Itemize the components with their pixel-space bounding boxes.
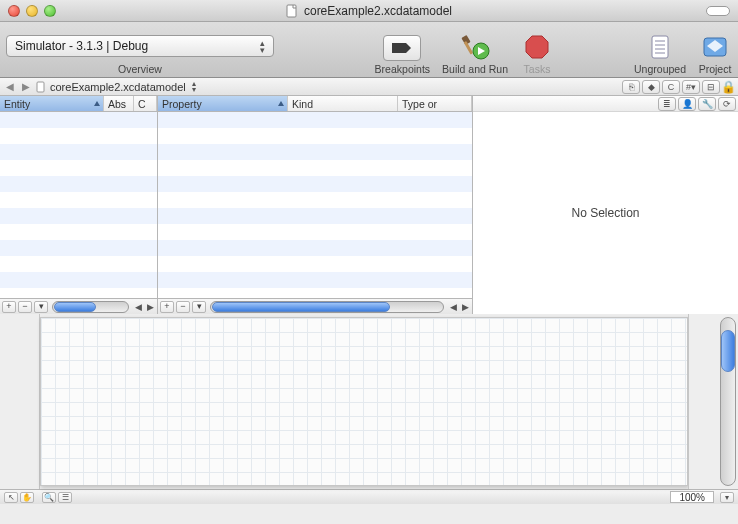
table-row — [158, 160, 472, 176]
property-col-property[interactable]: Property — [158, 96, 288, 111]
breakpoints-nav-button[interactable]: ◆ — [642, 80, 660, 94]
table-row — [158, 128, 472, 144]
table-row — [0, 128, 157, 144]
svg-rect-0 — [287, 5, 296, 17]
path-filename[interactable]: coreExample2.xcdatamodel — [50, 81, 186, 93]
no-selection-label: No Selection — [473, 112, 738, 314]
entity-col-abstract[interactable]: Abs — [104, 96, 134, 111]
pointer-tool-button[interactable]: ↖ — [4, 492, 18, 503]
document-icon — [36, 81, 46, 93]
minimize-window-button[interactable] — [26, 5, 38, 17]
detail-view-general-button[interactable]: ≣ — [658, 97, 676, 111]
scroll-thumb[interactable] — [212, 302, 390, 312]
scroll-thumb[interactable] — [721, 330, 735, 372]
remove-property-button[interactable]: − — [176, 301, 190, 313]
window-controls — [0, 5, 56, 17]
ungrouped-label: Ungrouped — [634, 63, 686, 75]
project-label: Project — [699, 63, 732, 75]
property-hscroll[interactable] — [210, 301, 444, 313]
diagram-right-gutter — [688, 314, 738, 489]
scroll-right-button[interactable]: ▶ — [145, 302, 155, 312]
table-row — [158, 256, 472, 272]
table-row — [158, 176, 472, 192]
counterpart-button[interactable]: ⊟ — [702, 80, 720, 94]
entity-col-class[interactable]: C — [134, 96, 157, 111]
project-icon — [701, 34, 729, 60]
table-row — [158, 192, 472, 208]
diagram-area — [0, 314, 738, 489]
svg-rect-5 — [652, 36, 668, 58]
entity-col-entity[interactable]: Entity — [0, 96, 104, 111]
table-row — [0, 288, 157, 298]
scroll-thumb[interactable] — [54, 302, 96, 312]
zoom-window-button[interactable] — [44, 5, 56, 17]
class-nav-button[interactable]: C — [662, 80, 680, 94]
zoom-tool-button[interactable]: 🔍 — [42, 492, 56, 503]
titlebar: coreExample2.xcdatamodel — [0, 0, 738, 22]
bookmarks-button[interactable]: ⎘ — [622, 80, 640, 94]
close-window-button[interactable] — [8, 5, 20, 17]
pathbar-right-tools: ⎘ ◆ C #▾ ⊟ 🔒 — [622, 80, 734, 94]
diagram-vscroll[interactable] — [720, 317, 736, 486]
table-row — [0, 208, 157, 224]
nav-back-button[interactable]: ◀ — [4, 81, 16, 93]
property-col-type[interactable]: Type or — [398, 96, 472, 111]
project-group[interactable]: Project — [698, 22, 732, 75]
lock-icon[interactable]: 🔒 — [722, 80, 734, 94]
build-and-run-group[interactable]: Build and Run — [442, 22, 508, 75]
zoom-stepper-button[interactable]: ▾ — [720, 492, 734, 503]
entity-hscroll[interactable] — [52, 301, 129, 313]
project-button[interactable] — [698, 33, 732, 61]
property-footer: + − ▾ ◀ ▶ — [158, 298, 472, 314]
property-col-kind[interactable]: Kind — [288, 96, 398, 111]
add-property-button[interactable]: + — [160, 301, 174, 313]
ungrouped-group[interactable]: Ungrouped — [634, 22, 686, 75]
overview-select[interactable]: Simulator - 3.1.3 | Debug ▴▾ — [6, 35, 274, 57]
pathbar: ◀ ▶ coreExample2.xcdatamodel ▴▾ ⎘ ◆ C #▾… — [0, 78, 738, 96]
nav-forward-button[interactable]: ▶ — [20, 81, 32, 93]
entity-rows[interactable] — [0, 112, 157, 298]
diagram-canvas[interactable] — [40, 317, 688, 486]
ungrouped-button[interactable] — [643, 33, 677, 61]
table-row — [0, 240, 157, 256]
tasks-button[interactable] — [520, 33, 554, 61]
scroll-right-button[interactable]: ▶ — [460, 302, 470, 312]
add-entity-button[interactable]: + — [2, 301, 16, 313]
sort-asc-icon — [94, 101, 100, 106]
tasks-group: Tasks — [520, 22, 554, 75]
ungrouped-icon — [646, 34, 674, 60]
detail-view-sync-button[interactable]: ⟳ — [718, 97, 736, 111]
function-nav-button[interactable]: #▾ — [682, 80, 700, 94]
model-panels: Entity Abs C + − ▾ ◀ ▶ Property Kind Typ… — [0, 96, 738, 314]
toolbar-toggle-pill[interactable] — [706, 6, 730, 16]
table-row — [0, 176, 157, 192]
hand-tool-button[interactable]: ✋ — [20, 492, 34, 503]
overview-value: Simulator - 3.1.3 | Debug — [15, 39, 148, 53]
breakpoints-group[interactable]: Breakpoints — [375, 22, 430, 75]
remove-entity-button[interactable]: − — [18, 301, 32, 313]
property-menu-button[interactable]: ▾ — [192, 301, 206, 313]
tasks-label: Tasks — [524, 63, 551, 75]
zoom-level[interactable]: 100% — [670, 491, 714, 503]
document-icon — [286, 4, 298, 18]
table-row — [0, 192, 157, 208]
breakpoints-button[interactable] — [383, 35, 421, 61]
property-panel: Property Kind Type or + − ▾ ◀ ▶ — [158, 96, 473, 314]
table-row — [0, 144, 157, 160]
svg-marker-4 — [526, 36, 548, 58]
breakpoint-icon — [391, 42, 413, 54]
scroll-left-button[interactable]: ◀ — [133, 302, 143, 312]
property-rows[interactable] — [158, 112, 472, 298]
scroll-left-button[interactable]: ◀ — [448, 302, 458, 312]
overview-group: Simulator - 3.1.3 | Debug ▴▾ Overview — [6, 22, 274, 75]
detail-view-userinfo-button[interactable]: 👤 — [678, 97, 696, 111]
entity-menu-button[interactable]: ▾ — [34, 301, 48, 313]
table-row — [158, 112, 472, 128]
notes-tool-button[interactable]: ☰ — [58, 492, 72, 503]
detail-view-config-button[interactable]: 🔧 — [698, 97, 716, 111]
entity-panel: Entity Abs C + − ▾ ◀ ▶ — [0, 96, 158, 314]
hammer-play-icon — [459, 33, 491, 61]
chevron-updown-icon: ▴▾ — [260, 40, 265, 54]
build-and-run-button[interactable] — [458, 33, 492, 61]
path-history-chevrons[interactable]: ▴▾ — [192, 81, 196, 93]
